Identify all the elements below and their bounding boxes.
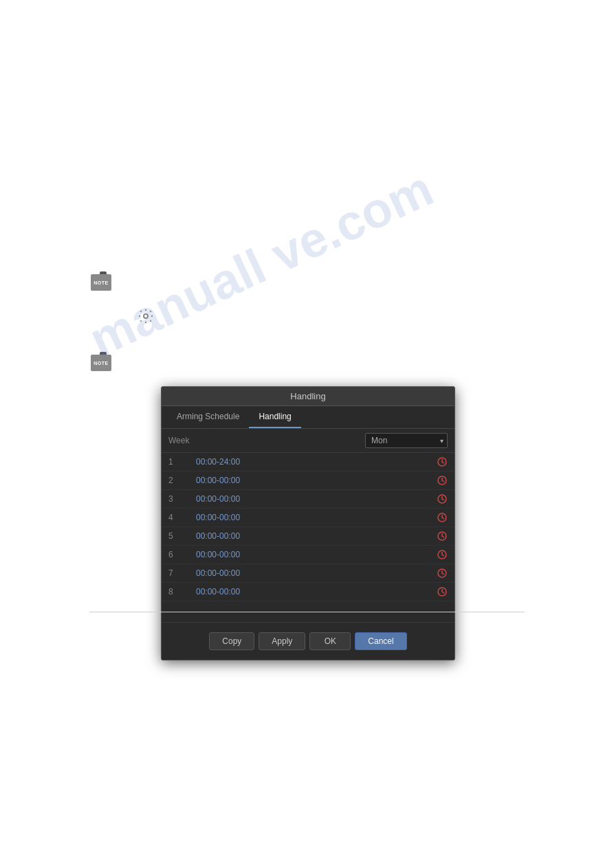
page-content: manuall ve.com NOTE NOTE Handling: [0, 0, 614, 868]
table-row: 3 00:00-00:00: [162, 490, 454, 509]
table-row: 1 00:00-24:00: [162, 453, 454, 471]
copy-button[interactable]: Copy: [209, 632, 254, 650]
table-row: 7 00:00-00:00: [162, 564, 454, 583]
schedule-rows: 1 00:00-24:00 2 00:00-00:00 3 00:00-00:0…: [162, 453, 454, 601]
bottom-rule: [89, 612, 525, 612]
ok-button[interactable]: OK: [309, 632, 351, 650]
svg-point-0: [144, 314, 148, 318]
clock-icon-5[interactable]: [437, 531, 448, 542]
clock-icon-6[interactable]: [437, 549, 448, 560]
apply-button[interactable]: Apply: [259, 632, 305, 650]
dialog-body: Week Mon Tue Wed Thu Fri Sat Sun: [162, 429, 454, 622]
note-icon-1: NOTE: [89, 274, 117, 296]
table-row: 4 00:00-00:00: [162, 509, 454, 527]
table-row: 5 00:00-00:00: [162, 527, 454, 546]
week-label: Week: [168, 436, 365, 445]
clock-icon-8[interactable]: [437, 586, 448, 597]
handling-dialog: Handling Arming Schedule Handling Week M…: [161, 386, 455, 660]
table-row: 6 00:00-00:00: [162, 546, 454, 564]
watermark: manuall ve.com: [80, 101, 567, 368]
clock-icon-1[interactable]: [437, 456, 448, 467]
dialog-tabs: Arming Schedule Handling: [162, 406, 454, 429]
tab-handling[interactable]: Handling: [249, 406, 300, 428]
tab-arming-schedule[interactable]: Arming Schedule: [167, 406, 249, 428]
table-row: 8 00:00-00:00: [162, 583, 454, 601]
gear-icon[interactable]: [138, 308, 154, 324]
dialog-wrapper: Handling Arming Schedule Handling Week M…: [161, 386, 455, 660]
week-select[interactable]: Mon Tue Wed Thu Fri Sat Sun: [365, 433, 448, 448]
note-label-2: NOTE: [94, 361, 108, 366]
week-select-container[interactable]: Mon Tue Wed Thu Fri Sat Sun: [365, 433, 448, 448]
note-icon-2: NOTE: [89, 354, 117, 376]
note-label-1: NOTE: [94, 280, 108, 285]
clock-icon-3[interactable]: [437, 493, 448, 504]
clock-icon-4[interactable]: [437, 512, 448, 523]
week-selector-row: Week Mon Tue Wed Thu Fri Sat Sun: [162, 429, 454, 453]
table-row: 2 00:00-00:00: [162, 471, 454, 490]
clock-icon-2[interactable]: [437, 475, 448, 486]
dialog-footer: Copy Apply OK Cancel: [162, 622, 454, 660]
cancel-button[interactable]: Cancel: [355, 632, 406, 650]
dialog-title: Handling: [162, 387, 454, 406]
clock-icon-7[interactable]: [437, 568, 448, 579]
